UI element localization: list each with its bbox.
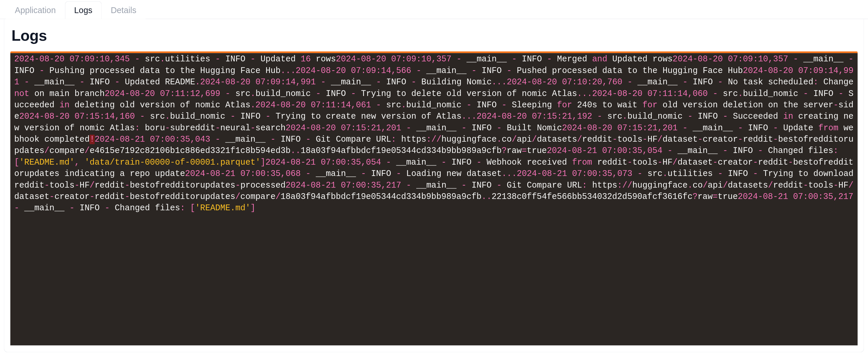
log-viewer[interactable]: 2024-08-20 07:09:10,345 - src.utilities … (10, 53, 858, 345)
log-line: 2024-08-20 07:09:10,357 - __main__ - INF… (336, 54, 673, 64)
log-line: 2024-08-20 07:11:12,699 - src.build_nomi… (104, 89, 592, 99)
tab-details[interactable]: Details (102, 1, 146, 19)
page-title: Logs (11, 27, 858, 44)
log-line: 2024-08-20 07:09:10,345 - src.utilities … (14, 54, 336, 64)
log-line: 2024-08-20 07:09:14,566 - __main__ - INF… (296, 66, 743, 76)
log-viewer-wrap: 2024-08-20 07:09:10,345 - src.utilities … (10, 52, 858, 345)
log-line: 2024-08-20 07:15:14,160 - src.build_nomi… (19, 112, 476, 121)
tabs: Application Logs Details (0, 0, 868, 19)
logs-panel: Logs 2024-08-20 07:09:10,345 - src.utili… (4, 19, 864, 352)
log-line: 2024-08-21 07:00:35,068 - __main__ - INF… (185, 169, 517, 178)
log-line: 2024-08-20 07:09:14,991 - __main__ - INF… (200, 77, 507, 87)
tab-application[interactable]: Application (5, 1, 65, 19)
tab-logs[interactable]: Logs (65, 1, 102, 19)
log-line: 2024-08-20 07:15:21,201 - __main__ - INF… (285, 123, 562, 133)
